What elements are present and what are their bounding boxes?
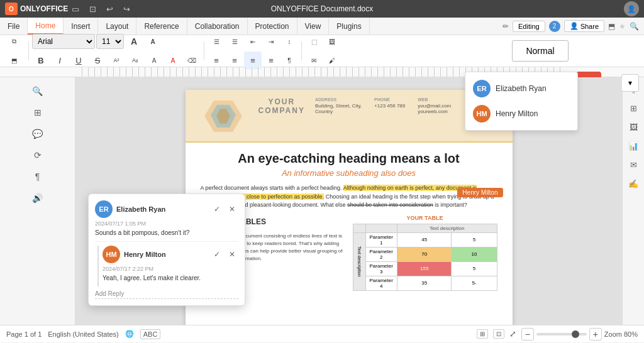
window-minimize[interactable]: ▭: [69, 3, 82, 15]
copy-style-btn[interactable]: 🖌: [323, 52, 341, 69]
rs-signature-icon[interactable]: ✍: [625, 175, 641, 192]
tab-view[interactable]: View: [297, 18, 330, 35]
table-title: YOUR TABLE: [353, 215, 497, 221]
clear-format-btn[interactable]: ⌫: [183, 52, 201, 69]
table-row: Parameter 2 70 10: [353, 247, 497, 261]
image-btn[interactable]: 🖼: [323, 33, 341, 50]
row-header: Text description: [353, 232, 365, 290]
view-mode-compact[interactable]: ⊡: [493, 329, 504, 339]
tab-protection[interactable]: Protection: [248, 18, 297, 35]
tab-collaboration[interactable]: Collaboration: [187, 18, 248, 35]
subscript-btn[interactable]: A₂: [126, 52, 144, 69]
rs-letter-icon[interactable]: ✉: [625, 156, 641, 173]
data-table: Text description Text description Parame…: [353, 224, 497, 291]
pencil-icon: ✏: [502, 22, 509, 31]
share-label: Share: [580, 23, 599, 30]
rs-chart-icon[interactable]: 📊: [625, 138, 641, 154]
spell-check-icon[interactable]: ABC: [140, 329, 161, 339]
font-color-btn[interactable]: A: [164, 52, 182, 69]
indent-btn[interactable]: ⇥: [262, 33, 280, 50]
reply-approve-btn[interactable]: ✓: [211, 248, 223, 261]
outdent-btn[interactable]: ⇤: [244, 33, 262, 50]
fit-page-btn[interactable]: ⤢: [509, 329, 516, 339]
collab-count-badge: 2: [549, 21, 560, 32]
user-item-elizabeth: ER Elizabeth Ryan: [465, 76, 577, 101]
align-left-btn[interactable]: ≡: [208, 52, 225, 69]
mail-merge-btn[interactable]: ✉: [305, 52, 323, 69]
chevron-down-btn[interactable]: ▾: [621, 74, 639, 92]
tab-insert[interactable]: Insert: [64, 18, 98, 35]
zoom-out-btn[interactable]: −: [521, 328, 534, 340]
address-label: ADDRESS: [315, 97, 362, 102]
zoom-in-icon[interactable]: 🔍: [29, 82, 47, 100]
window-restore[interactable]: ⊡: [87, 3, 99, 15]
justify-btn[interactable]: ≡: [262, 52, 280, 69]
section-text: A document consisting of endless lines o…: [236, 232, 345, 263]
user-dropdown: ER Elizabeth Ryan HM Henry Milton: [465, 72, 578, 131]
paste-btn[interactable]: ⬒: [5, 52, 23, 69]
profile-avatar[interactable]: 👤: [624, 1, 639, 16]
show-marks-btn[interactable]: ¶: [280, 52, 298, 69]
editing-button[interactable]: Editing: [513, 21, 545, 32]
tab-layout[interactable]: Layout: [98, 18, 136, 35]
divider1: [28, 41, 29, 60]
font-size-select[interactable]: 11: [96, 34, 124, 49]
undo-btn[interactable]: ↩: [104, 3, 116, 15]
text-box-btn[interactable]: ⬚: [305, 33, 323, 50]
left-sidebar: 🔍 ⊞ 💬 ⟳ ¶ 🔊: [0, 77, 75, 325]
search-icon[interactable]: 🔍: [630, 22, 639, 31]
track-icon[interactable]: ⟳: [29, 146, 47, 164]
rs-table-icon[interactable]: ⊞: [625, 100, 641, 116]
style-label: Normal: [526, 46, 554, 56]
font-family-select[interactable]: Arial: [32, 34, 95, 49]
view-mode-normal[interactable]: ⊞: [477, 329, 488, 339]
align-center-btn[interactable]: ≡: [226, 52, 243, 69]
share-button[interactable]: 👤 Share: [564, 20, 604, 32]
copy-btn[interactable]: ⧉: [5, 33, 23, 50]
param1-v1: 45: [397, 232, 452, 247]
comment-approve-btn[interactable]: ✓: [211, 203, 223, 215]
add-reply-btn[interactable]: Add Reply: [95, 290, 238, 299]
param4-label: Parameter 4: [365, 276, 397, 290]
highlight-btn[interactable]: A: [145, 52, 163, 69]
tab-reference[interactable]: Reference: [136, 18, 187, 35]
italic-btn[interactable]: I: [51, 52, 69, 69]
underline-btn[interactable]: U: [70, 52, 87, 69]
address-col: ADDRESS Building, Street, City,Country: [315, 97, 362, 114]
elizabeth-name: Elizabeth Ryan: [496, 84, 547, 93]
language-icon[interactable]: 🌐: [125, 330, 134, 338]
rs-image-icon[interactable]: 🖼: [625, 119, 641, 135]
param3-v2: 5: [452, 261, 497, 276]
decrease-font-btn[interactable]: A: [144, 33, 162, 50]
table-header-empty1: [353, 224, 365, 232]
comment-icon[interactable]: 💬: [29, 125, 47, 143]
line-spacing-btn[interactable]: ↕: [280, 33, 298, 50]
table-row: Text description Parameter 1 45 5: [353, 232, 497, 247]
comment-header-1: ER Elizabeth Ryan ✓ ✕: [95, 200, 238, 218]
zoom-in-btn[interactable]: +: [589, 328, 602, 340]
export-icon[interactable]: ⬒: [608, 22, 615, 31]
navigator-icon[interactable]: ⊞: [29, 104, 47, 121]
star-icon[interactable]: ★: [619, 22, 626, 31]
bullet-list-btn[interactable]: ☰: [208, 33, 225, 50]
superscript-btn[interactable]: A²: [108, 52, 125, 69]
speaker-icon[interactable]: 🔊: [29, 189, 47, 207]
increase-font-btn[interactable]: A: [125, 33, 143, 50]
align-right-btn[interactable]: ≡: [244, 52, 262, 69]
numbered-list-btn[interactable]: ☰: [226, 33, 243, 50]
tab-plugins[interactable]: Plugins: [329, 18, 369, 35]
strikethrough-btn[interactable]: S: [89, 52, 106, 69]
comment-actions-2: ✓ ✕: [211, 248, 238, 261]
tab-home[interactable]: Home: [28, 18, 64, 35]
bold-btn[interactable]: B: [32, 52, 50, 69]
paragraph-icon[interactable]: ¶: [29, 168, 47, 185]
zoom-slider[interactable]: [536, 333, 587, 335]
reply-close-btn[interactable]: ✕: [226, 248, 238, 261]
comment-text-2: Yeah, I agree. Let's make it clearer.: [103, 275, 238, 281]
app-logo: O ONLYOFFICE: [5, 3, 68, 15]
redo-btn[interactable]: ↪: [121, 3, 133, 15]
style-dropdown[interactable]: Normal: [512, 40, 569, 62]
comment-close-btn[interactable]: ✕: [226, 203, 238, 215]
phone-col: PHONE +123 456 789: [374, 97, 405, 114]
strikethrough-text: should be taken into consideration: [347, 202, 433, 208]
